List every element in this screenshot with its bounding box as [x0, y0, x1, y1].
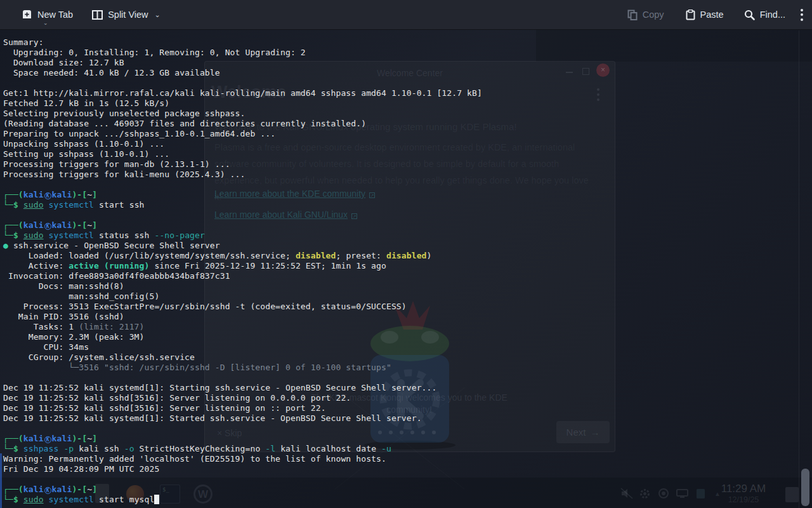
terminal-line: Loaded: loaded (/usr/lib/systemd/system/… [3, 251, 798, 261]
terminal-line: └─$ sudo systemctl status ssh --no-pager [3, 231, 798, 241]
scrollbar-thumb[interactable] [801, 469, 809, 506]
new-tab-button[interactable]: New Tab ⌄ [0, 0, 79, 29]
terminal-line [3, 424, 798, 434]
paste-label: Paste [700, 10, 724, 20]
terminal-line: Summary: [3, 37, 798, 48]
terminal-line: Fetched 12.7 kB in 1s (12.5 kB/s) [3, 98, 798, 109]
terminal-line: Unpacking sshpass (1.10-0.1) ... [3, 139, 798, 149]
terminal-line: └─$ sudo systemctl start mysql [3, 495, 798, 505]
terminal-line [3, 78, 798, 88]
terminal-line: ┌──(kaliKkali)-[~] [3, 190, 798, 200]
kali-circled-symbol: K [44, 487, 51, 494]
terminal-line: Selecting previously unselected package … [3, 109, 798, 119]
terminal-line: Upgrading: 0, Installing: 1, Removing: 0… [3, 48, 798, 58]
new-tab-icon [22, 10, 32, 20]
terminal-line: ┌──(kaliKkali)-[~] [3, 434, 798, 444]
copy-label: Copy [643, 10, 664, 20]
scrollbar-track [799, 30, 799, 508]
terminal-line: └─$ sudo systemctl start ssh [3, 200, 798, 210]
terminal-line: Processing triggers for man-db (2.13.1-1… [3, 159, 798, 170]
chevron-down-icon[interactable]: ⌄ [43, 20, 48, 26]
terminal-cursor [154, 495, 159, 504]
terminal-line: Setting up sshpass (1.10-0.1) ... [3, 149, 798, 159]
terminal-line: Dec 19 11:25:52 kali systemd[1]: Started… [3, 413, 798, 424]
copy-icon [627, 10, 638, 20]
kali-circled-symbol: K [44, 223, 51, 230]
terminal-line: └─$ sshpass -p kali ssh -o StrictHostKey… [3, 444, 798, 454]
terminal-line [3, 474, 798, 485]
terminal-line: Warning: Permanently added 'localhost' (… [3, 454, 798, 464]
terminal-line: Space needed: 41.0 kB / 12.3 GB availabl… [3, 68, 798, 78]
terminal-line: CPU: 34ms [3, 342, 798, 352]
terminal-line: Get:1 http://kali.mirror.rafal.ca/kali k… [3, 88, 798, 98]
terminal-line: Dec 19 11:25:52 kali systemd[1]: Startin… [3, 383, 798, 393]
kali-circled-symbol: K [44, 192, 51, 199]
terminal-line: CGroup: /system.slice/ssh.service [3, 352, 798, 363]
find-button[interactable]: Find... [738, 0, 792, 29]
new-tab-label: New Tab [37, 10, 73, 20]
copy-button[interactable]: Copy [621, 0, 671, 29]
terminal-line: ● ssh.service - OpenBSD Secure Shell ser… [3, 241, 798, 251]
terminal-line: Active: active (running) since Fri 2025-… [3, 261, 798, 271]
paste-button[interactable]: Paste [679, 0, 730, 29]
terminal-output[interactable]: Summary: Upgrading: 0, Installing: 1, Re… [0, 30, 798, 508]
search-icon [744, 10, 755, 20]
split-view-icon [92, 10, 103, 20]
split-view-button[interactable]: Split View ⌄ [86, 0, 167, 29]
terminal-line: Dec 19 11:25:52 kali sshd[3516]: Server … [3, 393, 798, 403]
paste-icon [686, 10, 695, 20]
terminal-line: (Reading database ... 469037 files and d… [3, 119, 798, 129]
terminal-toolbar: New Tab ⌄ Split View ⌄ Copy Paste Find..… [0, 0, 812, 30]
split-view-label: Split View [108, 10, 148, 20]
desktop-screen: Welcome Center × Welcome Welcome to the … [0, 0, 812, 508]
terminal-line: Tasks: 1 (limit: 2117) [3, 322, 798, 332]
terminal-line: Fri Dec 19 04:28:09 PM UTC 2025 [3, 464, 798, 474]
terminal-line: Docs: man:sshd(8) [3, 281, 798, 291]
terminal-line [3, 373, 798, 383]
terminal-line: Invocation: dfee8893a0df4f0eabbb434baf83… [3, 271, 798, 281]
terminal-line: ┌──(kaliKkali)-[~] [3, 220, 798, 231]
terminal-line: Preparing to unpack .../sshpass_1.10-0.1… [3, 129, 798, 139]
terminal-line: Processing triggers for kali-menu (2025.… [3, 170, 798, 180]
find-label: Find... [760, 10, 785, 20]
terminal-line [3, 210, 798, 220]
terminal-line: ┌──(kaliKkali)-[~] [3, 485, 798, 495]
terminal-line: man:sshd_config(5) [3, 291, 798, 302]
terminal-line [3, 180, 798, 190]
overflow-menu-button[interactable] [792, 9, 812, 21]
terminal-line: Download size: 12.7 kB [3, 58, 798, 68]
terminal-line: Memory: 2.3M (peak: 3M) [3, 332, 798, 342]
kali-circled-symbol: K [44, 436, 51, 443]
chevron-down-icon[interactable]: ⌄ [155, 11, 160, 19]
terminal-line: Process: 3513 ExecStartPre=/usr/sbin/ssh… [3, 302, 798, 312]
terminal-line: └─3516 "sshd: /usr/sbin/sshd -D [listene… [3, 363, 798, 373]
terminal-line: Main PID: 3516 (sshd) [3, 312, 798, 322]
terminal-line: Dec 19 11:25:52 kali sshd[3516]: Server … [3, 403, 798, 413]
